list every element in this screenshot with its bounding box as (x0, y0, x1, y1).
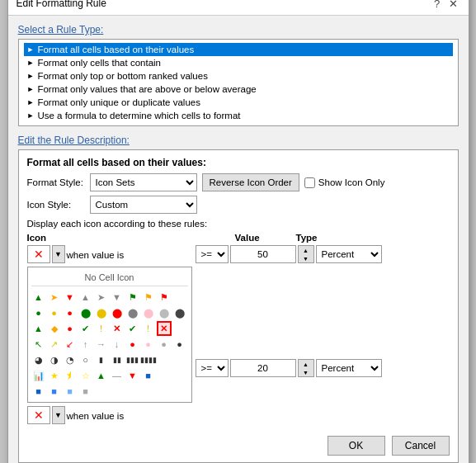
ig-up2[interactable]: ↑ (78, 337, 93, 352)
ig-dot-green[interactable]: ⬤ (78, 305, 93, 320)
ig-star-empty[interactable]: ☆ (78, 368, 93, 383)
ig-flag-orange[interactable]: ⚑ (141, 290, 156, 305)
ig-right-orange[interactable]: ➤ (47, 290, 62, 305)
ig-tri-green[interactable]: ▲ (31, 321, 46, 336)
ig-dot-darkgray[interactable]: ⬤ (172, 305, 187, 320)
ig-downleft[interactable]: ↙ (63, 337, 78, 352)
ig-empty[interactable] (172, 290, 187, 305)
ig-dash[interactable]: — (110, 368, 125, 383)
rule-item-5[interactable]: ► Use a formula to determine which cells… (24, 109, 453, 122)
ig-dot-gray[interactable]: ⬤ (125, 305, 140, 320)
ig-sq-blue[interactable]: ■ (141, 368, 156, 383)
ig-check-green[interactable]: ✔ (78, 321, 93, 336)
ig-dot-ltgray[interactable]: ⬤ (157, 305, 172, 320)
type-select-1[interactable]: Percent Number Formula Percentile (316, 245, 382, 263)
reverse-icon-order-button[interactable]: Reverse Icon Order (202, 173, 299, 191)
cond-select-1[interactable]: >= > (196, 245, 229, 263)
icon-dropdown-2[interactable]: ▼ (52, 406, 65, 424)
spin-up-2[interactable]: ▲ (299, 360, 313, 368)
show-icon-only-checkbox[interactable] (304, 177, 315, 188)
cond-select-2[interactable]: >= > (196, 359, 229, 377)
icon-cell-2[interactable]: ✕ (27, 406, 50, 424)
ig-tri-down[interactable]: ▼ (125, 368, 140, 383)
cancel-button[interactable]: Cancel (392, 436, 450, 456)
ig-empty4[interactable] (172, 352, 187, 367)
ig-upright[interactable]: ↗ (47, 337, 62, 352)
ig-empty6[interactable] (172, 368, 187, 383)
ig-x-red2[interactable]: ✕ (157, 321, 172, 336)
ig-right-gray[interactable]: ➤ (94, 290, 109, 305)
ig-x-red[interactable]: ✕ (110, 321, 125, 336)
spin-down-1[interactable]: ▼ (299, 254, 313, 262)
ig-check-green2[interactable]: ✔ (125, 321, 140, 336)
ig-empty12[interactable] (172, 384, 187, 399)
ig-dot-red[interactable]: ⬤ (110, 305, 125, 320)
ig-circle-green[interactable]: ● (31, 305, 46, 320)
ig-down2[interactable]: ↓ (110, 337, 125, 352)
ig-c3[interactable]: ● (157, 337, 172, 352)
value-input-1[interactable] (230, 245, 296, 263)
ig-c1[interactable]: ● (125, 337, 140, 352)
type-select-2[interactable]: Percent Number Formula Percentile (316, 359, 382, 377)
spin-down-2[interactable]: ▼ (299, 368, 313, 376)
value-input-2[interactable] (230, 359, 296, 377)
rule-item-3[interactable]: ► Format only values that are above or b… (24, 83, 453, 96)
ig-bar3[interactable]: ▮▮▮ (125, 352, 140, 367)
ig-empty5[interactable] (157, 368, 172, 383)
ig-up-gray[interactable]: ▲ (78, 290, 93, 305)
ig-bar2[interactable]: ▮▮ (110, 352, 125, 367)
ig-c4[interactable]: ● (172, 337, 187, 352)
ig-dot-pink[interactable]: ⬤ (141, 305, 156, 320)
rule-item-0[interactable]: ► Format all cells based on their values (24, 43, 453, 56)
ig-c2[interactable]: ● (141, 337, 156, 352)
ig-diamond-orange[interactable]: ◆ (47, 321, 62, 336)
ig-bar4[interactable]: ▮▮▮▮ (141, 352, 156, 367)
ig-down-gray[interactable]: ▼ (110, 290, 125, 305)
ig-flag-green[interactable]: ⚑ (125, 290, 140, 305)
ig-circle-yellow[interactable]: ● (47, 305, 62, 320)
icon-dropdown-1[interactable]: ▼ (52, 245, 65, 263)
rule-item-2[interactable]: ► Format only top or bottom ranked value… (24, 69, 453, 83)
ig-flag-red[interactable]: ⚑ (157, 290, 172, 305)
ok-button[interactable]: OK (328, 436, 385, 456)
ig-upleft[interactable]: ↖ (31, 337, 46, 352)
ig-chart1[interactable]: 📊 (31, 368, 46, 383)
ig-empty8[interactable] (110, 384, 125, 399)
ig-down-red[interactable]: ▼ (63, 290, 78, 305)
ig-dot-yellow[interactable]: ⬤ (94, 305, 109, 320)
ig-circle-outline[interactable]: ○ (78, 352, 93, 367)
spin-button-2[interactable]: ▲ ▼ (298, 359, 314, 377)
ig-sq-gray[interactable]: ■ (78, 384, 93, 399)
help-button[interactable]: ? (431, 0, 444, 10)
ig-bar1[interactable]: ▮ (94, 352, 109, 367)
ig-right2[interactable]: → (94, 337, 109, 352)
ig-star-filled[interactable]: ★ (47, 368, 62, 383)
ig-star-half[interactable]: ⯨ (63, 368, 78, 383)
ig-empty3[interactable] (157, 352, 172, 367)
ig-pie1[interactable]: ◕ (31, 352, 46, 367)
ig-circle-red[interactable]: ● (63, 305, 78, 320)
ig-empty11[interactable] (157, 384, 172, 399)
icon-style-select[interactable]: Custom 3 Traffic Lights (Unrimmed) 3 Tra… (90, 196, 197, 214)
ig-bang-yellow[interactable]: ! (141, 321, 156, 336)
ig-empty7[interactable] (94, 384, 109, 399)
format-style-select[interactable]: Icon Sets 2-Color Scale 3-Color Scale Da… (90, 173, 197, 191)
ig-pie2[interactable]: ◑ (47, 352, 62, 367)
ig-bang-orange[interactable]: ! (94, 321, 109, 336)
spin-up-1[interactable]: ▲ (299, 246, 313, 254)
ig-sq-blue4[interactable]: ■ (63, 384, 78, 399)
ig-empty10[interactable] (141, 384, 156, 399)
close-button[interactable]: ✕ (447, 0, 460, 10)
ig-circle-red2[interactable]: ● (63, 321, 78, 336)
ig-empty2[interactable] (172, 321, 187, 336)
rule-item-1[interactable]: ► Format only cells that contain (24, 56, 453, 69)
ig-sq-blue3[interactable]: ■ (47, 384, 62, 399)
rule-item-4[interactable]: ► Format only unique or duplicate values (24, 96, 453, 109)
ig-sq-blue2[interactable]: ■ (31, 384, 46, 399)
ig-tri-up[interactable]: ▲ (94, 368, 109, 383)
ig-up-green[interactable]: ▲ (31, 290, 46, 305)
ig-empty9[interactable] (125, 384, 140, 399)
spin-button-1[interactable]: ▲ ▼ (298, 245, 314, 263)
ig-pie3[interactable]: ◔ (63, 352, 78, 367)
icon-cell-1[interactable]: ✕ (27, 245, 50, 263)
